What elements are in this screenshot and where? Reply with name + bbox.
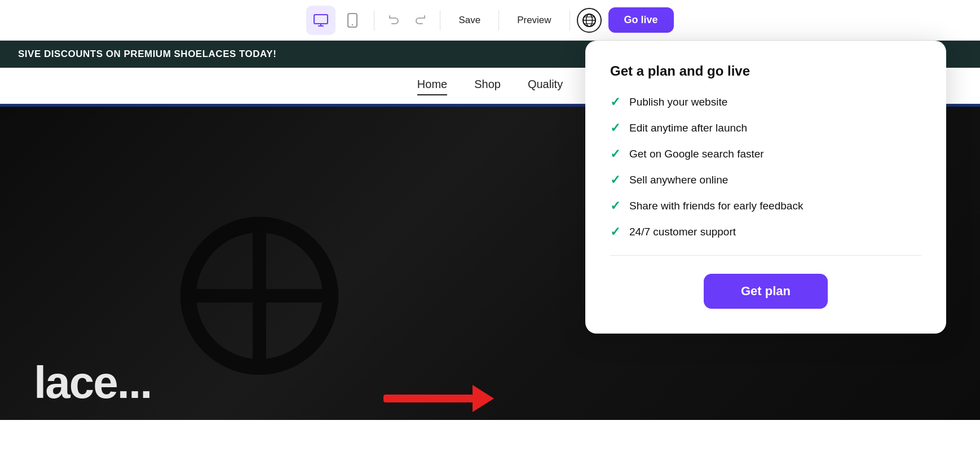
toolbar-divider-2 — [440, 10, 440, 30]
mobile-icon — [347, 13, 357, 28]
toolbar-divider-4 — [570, 10, 570, 30]
feature-text-3: Get on Google search faster — [629, 148, 764, 160]
feature-list: ✓ Publish your website ✓ Edit anytime af… — [610, 95, 921, 239]
check-icon-5: ✓ — [610, 199, 620, 213]
popup-title: Get a plan and go live — [610, 63, 921, 79]
svg-rect-0 — [314, 15, 328, 24]
go-live-button[interactable]: Go live — [608, 7, 674, 33]
hero-partial-text: lace... — [34, 357, 151, 409]
desktop-icon — [314, 14, 328, 27]
feature-item-4: ✓ Sell anywhere online — [610, 173, 921, 187]
red-arrow — [383, 385, 494, 412]
check-icon-4: ✓ — [610, 173, 620, 187]
toolbar: Save Preview Go live — [0, 0, 980, 41]
feature-item-2: ✓ Edit anytime after launch — [610, 121, 921, 135]
toolbar-center: Save Preview Go live — [306, 6, 673, 35]
feature-item-6: ✓ 24/7 customer support — [610, 225, 921, 239]
announcement-text: SIVE DISCOUNTS ON PREMIUM SHOELACES TODA… — [18, 49, 276, 59]
redo-icon — [414, 14, 427, 27]
feature-item-1: ✓ Publish your website — [610, 95, 921, 110]
svg-point-4 — [352, 24, 353, 25]
check-icon-6: ✓ — [610, 225, 620, 239]
redo-button[interactable] — [408, 8, 433, 33]
toolbar-divider-3 — [498, 10, 499, 30]
feature-text-4: Sell anywhere online — [629, 174, 728, 186]
globe-icon — [582, 13, 597, 28]
feature-text-6: 24/7 customer support — [629, 226, 736, 238]
check-icon-2: ✓ — [610, 121, 620, 135]
check-icon-3: ✓ — [610, 147, 620, 161]
feature-text-2: Edit anytime after launch — [629, 122, 747, 134]
toolbar-divider-1 — [374, 10, 374, 30]
get-plan-popup: Get a plan and go live ✓ Publish your we… — [585, 41, 946, 334]
nav-item-quality[interactable]: Quality — [528, 78, 563, 93]
check-icon-1: ✓ — [610, 95, 620, 110]
nav-item-shop[interactable]: Shop — [474, 78, 501, 93]
feature-item-3: ✓ Get on Google search faster — [610, 147, 921, 161]
undo-icon — [387, 14, 400, 27]
feature-text-5: Share with friends for early feedback — [629, 200, 803, 212]
get-plan-button[interactable]: Get plan — [704, 274, 828, 309]
save-button[interactable]: Save — [447, 10, 492, 30]
popup-divider — [610, 255, 921, 256]
preview-button[interactable]: Preview — [506, 10, 562, 30]
nav-item-home[interactable]: Home — [417, 78, 447, 93]
globe-button[interactable] — [577, 8, 602, 33]
feature-item-5: ✓ Share with friends for early feedback — [610, 199, 921, 213]
mobile-view-button[interactable] — [338, 6, 367, 35]
arrow-head — [473, 385, 494, 412]
feature-text-1: Publish your website — [629, 96, 727, 108]
arrow-body — [383, 395, 474, 402]
desktop-view-button[interactable] — [306, 6, 336, 35]
undo-button[interactable] — [381, 8, 406, 33]
